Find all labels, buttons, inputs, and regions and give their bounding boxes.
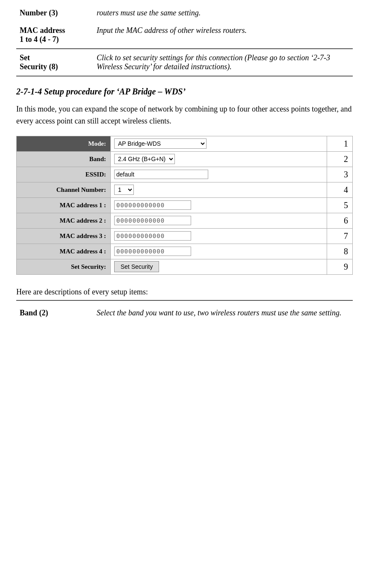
desc-text-0: routers must use the same setting. <box>93 4 353 22</box>
form-number-2: 3 <box>327 167 353 182</box>
form-label-2: ESSID: <box>17 167 111 182</box>
form-number-5: 6 <box>327 213 353 228</box>
bottom-desc-0: Select the band you want to use, two wir… <box>93 305 353 321</box>
intro-text: In this mode, you can expand the scope o… <box>16 103 353 127</box>
desc-label-1: MAC address1 to 4 (4 - 7) <box>16 22 93 49</box>
form-mac-5[interactable] <box>114 216 191 225</box>
form-input-cell-3[interactable]: 12345678910111213 <box>111 182 327 197</box>
form-mac-6[interactable] <box>114 231 191 241</box>
page: Number (3)routers must use the same sett… <box>8 0 361 329</box>
form-input-cell-4 <box>111 197 327 213</box>
form-label-3: Channel Number: <box>17 182 111 197</box>
bottom-desc-row-0: Band (2)Select the band you want to use,… <box>16 305 353 321</box>
form-label-7: MAC address 4 : <box>17 244 111 259</box>
form-number-8: 9 <box>327 259 353 274</box>
desc-text-2: Click to set security settings for this … <box>93 49 353 76</box>
form-input-cell-0[interactable]: AP Bridge-WDSAPStationAP Bridge-Point to… <box>111 136 327 151</box>
form-number-6: 7 <box>327 228 353 244</box>
form-select-1[interactable]: 2.4 GHz (B+G+N)2.4 GHz (B)2.4 GHz (G)2.4… <box>114 154 175 164</box>
form-label-1: Band: <box>17 151 111 167</box>
form-row-1: Band:2.4 GHz (B+G+N)2.4 GHz (B)2.4 GHz (… <box>17 151 353 167</box>
desc-label-2: SetSecurity (8) <box>16 49 93 76</box>
bottom-divider <box>16 300 353 301</box>
form-input-cell-6 <box>111 228 327 244</box>
descriptions-intro: Here are descriptions of every setup ite… <box>16 288 353 297</box>
form-input-cell-1[interactable]: 2.4 GHz (B+G+N)2.4 GHz (B)2.4 GHz (G)2.4… <box>111 151 327 167</box>
form-text-2[interactable] <box>114 170 208 179</box>
form-select-3[interactable]: 12345678910111213 <box>114 185 134 195</box>
form-number-3: 4 <box>327 182 353 197</box>
desc-label-0: Number (3) <box>16 4 93 22</box>
form-row-7: MAC address 4 :8 <box>17 244 353 259</box>
top-desc-table: Number (3)routers must use the same sett… <box>16 4 353 76</box>
desc-text-1: Input the MAC address of other wireless … <box>93 22 353 49</box>
form-input-cell-7 <box>111 244 327 259</box>
section-title: 2-7-1-4 Setup procedure for ‘AP Bridge –… <box>16 87 353 97</box>
form-label-6: MAC address 3 : <box>17 228 111 244</box>
form-label-8: Set Security: <box>17 259 111 274</box>
bottom-desc-table: Band (2)Select the band you want to use,… <box>16 305 353 321</box>
form-number-7: 8 <box>327 244 353 259</box>
form-input-cell-8[interactable]: Set Security <box>111 259 327 274</box>
form-mac-7[interactable] <box>114 247 191 256</box>
form-row-3: Channel Number:123456789101112134 <box>17 182 353 197</box>
form-row-6: MAC address 3 :7 <box>17 228 353 244</box>
form-row-2: ESSID:3 <box>17 167 353 182</box>
form-select-0[interactable]: AP Bridge-WDSAPStationAP Bridge-Point to… <box>114 138 207 149</box>
form-mac-4[interactable] <box>114 200 191 210</box>
form-label-5: MAC address 2 : <box>17 213 111 228</box>
form-row-0: Mode:AP Bridge-WDSAPStationAP Bridge-Poi… <box>17 136 353 151</box>
bottom-label-0: Band (2) <box>16 305 93 321</box>
form-label-0: Mode: <box>17 136 111 151</box>
form-label-4: MAC address 1 : <box>17 197 111 213</box>
router-form: Mode:AP Bridge-WDSAPStationAP Bridge-Poi… <box>16 136 353 275</box>
set-security-button[interactable]: Set Security <box>114 261 159 272</box>
form-row-5: MAC address 2 :6 <box>17 213 353 228</box>
form-input-cell-5 <box>111 213 327 228</box>
form-number-4: 5 <box>327 197 353 213</box>
form-number-0: 1 <box>327 136 353 151</box>
form-row-8: Set Security:Set Security9 <box>17 259 353 274</box>
form-input-cell-2[interactable] <box>111 167 327 182</box>
form-row-4: MAC address 1 :5 <box>17 197 353 213</box>
form-number-1: 2 <box>327 151 353 167</box>
